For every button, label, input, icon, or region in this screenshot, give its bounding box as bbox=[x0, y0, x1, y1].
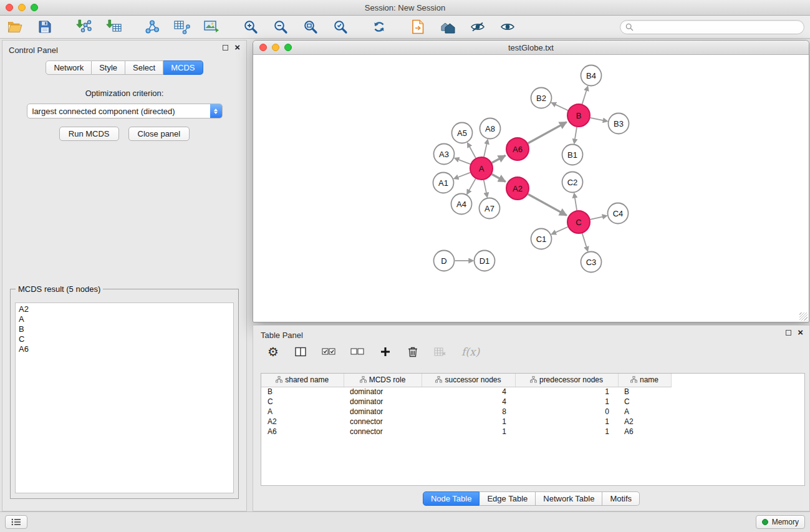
table-row[interactable]: Bdominator41B bbox=[261, 387, 671, 397]
close-window-button[interactable] bbox=[6, 4, 13, 11]
import-network-button[interactable] bbox=[74, 17, 94, 36]
minimize-window-button[interactable] bbox=[18, 4, 26, 11]
column-header-name[interactable]: name bbox=[618, 374, 671, 387]
memory-button[interactable]: Memory bbox=[756, 515, 805, 529]
graph-edge-A-A5[interactable] bbox=[468, 143, 476, 158]
graph-edge-A-A4[interactable] bbox=[467, 179, 476, 194]
window-resize-grip[interactable] bbox=[799, 312, 808, 321]
table-cell[interactable]: A2 bbox=[261, 417, 344, 427]
deselect-all-button[interactable] bbox=[350, 347, 364, 356]
column-header-predecessor-nodes[interactable]: predecessor nodes bbox=[515, 374, 618, 387]
tab-style[interactable]: Style bbox=[92, 60, 125, 75]
network-zoom-button[interactable] bbox=[284, 44, 292, 51]
table-cell[interactable]: B bbox=[618, 387, 671, 397]
column-header-shared-name[interactable]: shared name bbox=[261, 374, 344, 387]
graph-edge-B-B1[interactable] bbox=[574, 127, 577, 143]
tab-mcds[interactable]: MCDS bbox=[163, 60, 203, 75]
float-panel-icon[interactable] bbox=[223, 45, 228, 51]
table-cell[interactable]: A6 bbox=[261, 427, 344, 437]
table-cell[interactable]: B bbox=[261, 387, 344, 397]
table-row[interactable]: A2connector11A2 bbox=[261, 417, 671, 427]
table-cell[interactable]: A bbox=[261, 407, 344, 417]
tab-network[interactable]: Network bbox=[46, 60, 92, 75]
close-table-panel-icon[interactable]: × bbox=[798, 329, 803, 336]
result-item[interactable]: B bbox=[16, 324, 233, 334]
table-cell[interactable]: 1 bbox=[422, 417, 515, 427]
graph-edge-A2-C[interactable] bbox=[528, 194, 567, 215]
show-button[interactable] bbox=[498, 17, 518, 36]
task-history-button[interactable] bbox=[5, 515, 27, 529]
network-graph[interactable]: B4B2BB3A5A8A6B1A3AC2A1A2A4A7C4CC1C3DD1 bbox=[254, 56, 809, 322]
table-cell[interactable]: C bbox=[618, 397, 671, 407]
graph-edge-A-A2[interactable] bbox=[492, 174, 506, 181]
run-mcds-button[interactable]: Run MCDS bbox=[59, 127, 119, 141]
table-cell[interactable]: 1 bbox=[515, 427, 618, 437]
table-cell[interactable]: 1 bbox=[422, 427, 515, 437]
graph-edge-A-A6[interactable] bbox=[492, 155, 506, 163]
global-search-field[interactable] bbox=[620, 20, 804, 34]
table-cell[interactable]: A2 bbox=[618, 417, 671, 427]
graph-edge-B-B4[interactable] bbox=[582, 87, 588, 104]
tab-node-table[interactable]: Node Table bbox=[423, 491, 480, 506]
table-cell[interactable]: 8 bbox=[422, 407, 515, 417]
delete-column-button[interactable] bbox=[407, 346, 419, 357]
graph-edge-C-C1[interactable] bbox=[552, 227, 568, 235]
apply-layout-button[interactable] bbox=[369, 17, 389, 36]
tab-network-table[interactable]: Network Table bbox=[536, 491, 602, 506]
new-network-button[interactable] bbox=[142, 17, 162, 36]
first-neighbors-button[interactable] bbox=[408, 17, 428, 36]
column-header-successor-nodes[interactable]: successor nodes bbox=[422, 374, 515, 387]
select-all-button[interactable] bbox=[322, 347, 335, 356]
graph-edge-C-C3[interactable] bbox=[582, 233, 588, 251]
add-column-button[interactable] bbox=[379, 347, 392, 357]
export-image-button[interactable] bbox=[202, 17, 222, 36]
table-cell[interactable]: 1 bbox=[515, 387, 618, 397]
save-session-button[interactable] bbox=[35, 17, 55, 36]
table-settings-button[interactable]: ⚙ bbox=[267, 346, 279, 358]
graph-edge-A-A8[interactable] bbox=[484, 140, 488, 157]
table-cell[interactable]: connector bbox=[344, 417, 422, 427]
close-panel-icon[interactable]: × bbox=[234, 44, 240, 51]
table-cell[interactable]: connector bbox=[344, 427, 422, 437]
result-item[interactable]: A2 bbox=[16, 304, 233, 314]
zoom-window-button[interactable] bbox=[31, 4, 38, 11]
table-cell[interactable]: A6 bbox=[618, 427, 671, 437]
network-from-table-button[interactable] bbox=[172, 17, 192, 36]
zoom-out-button[interactable] bbox=[271, 17, 291, 36]
network-minimize-button[interactable] bbox=[272, 44, 279, 51]
close-panel-button[interactable]: Close panel bbox=[128, 127, 190, 141]
graph-edge-B-B2[interactable] bbox=[552, 103, 568, 110]
zoom-selected-button[interactable] bbox=[330, 17, 350, 36]
zoom-in-button[interactable] bbox=[241, 17, 261, 36]
show-columns-button[interactable] bbox=[294, 347, 307, 357]
graph-edge-A-A3[interactable] bbox=[455, 158, 470, 165]
table-cell[interactable]: C bbox=[261, 397, 344, 407]
criterion-dropdown[interactable]: largest connected component (directed) bbox=[27, 104, 223, 118]
open-session-button[interactable] bbox=[5, 17, 25, 36]
table-row[interactable]: Cdominator41C bbox=[261, 397, 671, 407]
graph-edge-A-A1[interactable] bbox=[454, 173, 470, 179]
import-table-button[interactable] bbox=[104, 17, 123, 36]
zoom-fit-button[interactable] bbox=[301, 17, 321, 36]
float-table-panel-icon[interactable] bbox=[786, 330, 791, 336]
table-cell[interactable]: 1 bbox=[515, 397, 618, 407]
search-input[interactable] bbox=[637, 23, 799, 32]
result-item[interactable]: C bbox=[16, 334, 233, 344]
graph-edge-B-B3[interactable] bbox=[591, 118, 607, 122]
table-cell[interactable]: A bbox=[618, 407, 671, 417]
tab-edge-table[interactable]: Edge Table bbox=[480, 491, 536, 506]
table-cell[interactable]: 0 bbox=[515, 407, 618, 417]
graph-edge-A6-B[interactable] bbox=[528, 122, 567, 143]
table-row[interactable]: A6connector11A6 bbox=[261, 427, 671, 437]
tab-select[interactable]: Select bbox=[125, 60, 163, 75]
network-window-title-bar[interactable]: testGlobe.txt bbox=[253, 41, 809, 55]
graph-edge-A-A7[interactable] bbox=[484, 180, 488, 197]
table-cell[interactable]: dominator bbox=[344, 397, 422, 407]
graph-edge-C-C4[interactable] bbox=[591, 216, 607, 220]
tab-motifs[interactable]: Motifs bbox=[602, 491, 640, 506]
table-cell[interactable]: dominator bbox=[344, 387, 422, 397]
table-cell[interactable]: 4 bbox=[422, 387, 515, 397]
table-cell[interactable]: 4 bbox=[422, 397, 515, 407]
table-row[interactable]: Adominator80A bbox=[261, 407, 671, 417]
graph-edge-C-C2[interactable] bbox=[574, 193, 577, 210]
